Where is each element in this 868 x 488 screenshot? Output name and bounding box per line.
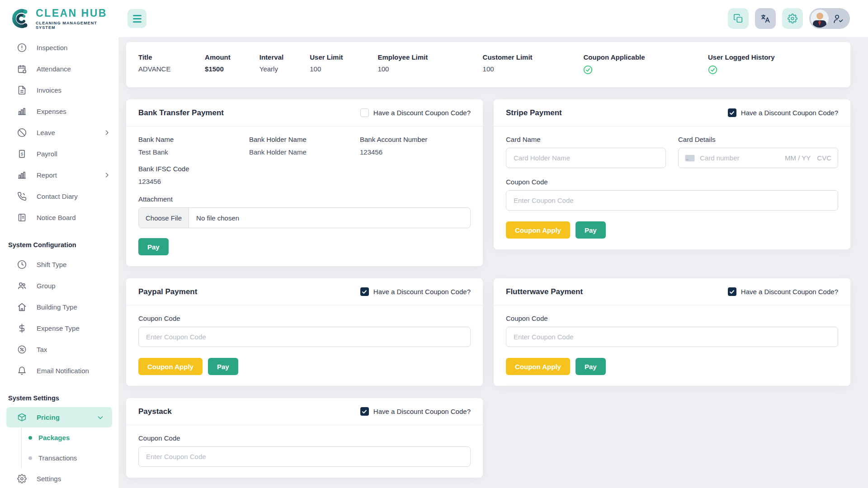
user-menu-button[interactable] (809, 8, 850, 29)
sidebar-item-label: Attendance (37, 65, 110, 73)
attachment-label: Attachment (138, 195, 471, 203)
bank-ifsc-field: Bank IFSC Code 123456 (138, 165, 471, 185)
check-circle-icon (708, 65, 717, 75)
pay-button[interactable]: Pay (576, 358, 606, 375)
sidebar-item-leave[interactable]: Leave (0, 122, 118, 143)
check-icon (362, 289, 367, 295)
coupon-question-label: Have a Discount Coupon Code? (741, 109, 838, 117)
topbar-actions (728, 8, 850, 29)
card-expiry-placeholder: MM / YY (785, 154, 811, 162)
home-icon (17, 302, 27, 312)
coupon-checkbox[interactable] (360, 407, 369, 416)
sidebar-item-notice-board[interactable]: Notice Board (0, 207, 118, 228)
card-title: Flutterwave Payment (506, 287, 583, 296)
coupon-question-row[interactable]: Have a Discount Coupon Code? (360, 108, 471, 117)
sidebar-item-label: Building Type (37, 303, 110, 311)
summary-amount: Amount $1500 (205, 53, 259, 76)
sidebar-item-expense-type[interactable]: Expense Type (0, 318, 118, 339)
pay-button[interactable]: Pay (208, 358, 238, 375)
coupon-apply-button[interactable]: Coupon Apply (138, 358, 203, 375)
sidebar-item-expenses[interactable]: Expenses (0, 101, 118, 122)
coupon-checkbox[interactable] (728, 108, 736, 117)
sidebar-item-settings[interactable]: Settings (0, 468, 118, 488)
coupon-checkbox[interactable] (728, 287, 736, 296)
language-button[interactable] (755, 8, 776, 29)
coupon-code-label: Coupon Code (506, 178, 838, 186)
coupon-question-row[interactable]: Have a Discount Coupon Code? (728, 287, 838, 296)
coupon-apply-button[interactable]: Coupon Apply (506, 221, 570, 239)
brand-logo[interactable]: CLEAN HUB CLEANING MANAGEMENT SYSTEM (0, 0, 118, 37)
sidebar-item-label: Expense Type (37, 324, 110, 332)
sidebar-item-label: Group (37, 282, 110, 290)
card-details-input[interactable]: Card number MM / YY CVC (678, 148, 838, 168)
bar-chart-icon (17, 170, 27, 180)
sidebar-item-contact-diary[interactable]: Contact Diary (0, 186, 118, 207)
coupon-code-input[interactable] (138, 327, 471, 347)
sidebar-item-transactions[interactable]: Transactions (22, 448, 118, 468)
coupon-apply-button[interactable]: Coupon Apply (506, 358, 570, 375)
sidebar-item-label: Settings (37, 475, 110, 483)
coupon-question-row[interactable]: Have a Discount Coupon Code? (360, 287, 471, 296)
hamburger-menu-button[interactable] (127, 9, 146, 28)
flutterwave-card: Flutterwave Payment Have a Discount Coup… (494, 278, 850, 386)
coupon-code-label: Coupon Code (138, 434, 471, 442)
bell-icon (17, 366, 27, 375)
coupon-checkbox[interactable] (360, 108, 369, 117)
sidebar-item-label: Pricing (37, 413, 87, 421)
choose-file-button[interactable]: Choose File (139, 208, 189, 228)
sidebar-item-inspection[interactable]: Inspection (0, 37, 118, 58)
pay-button[interactable]: Pay (138, 238, 169, 255)
coupon-code-input[interactable] (138, 446, 471, 467)
coupon-code-input[interactable] (506, 190, 838, 211)
sidebar-item-building-type[interactable]: Building Type (0, 296, 118, 318)
summary-title: Title ADVANCE (138, 53, 205, 76)
payment-cards-grid: Bank Transfer Payment Have a Discount Co… (126, 99, 850, 478)
card-holder-name-input[interactable] (506, 148, 666, 168)
sidebar-item-packages[interactable]: Packages (22, 427, 118, 448)
summary-employee-limit: Employee Limit 100 (377, 53, 482, 76)
sidebar-item-payroll[interactable]: $ Payroll (0, 143, 118, 164)
copy-icon (733, 14, 743, 23)
coupon-checkbox[interactable] (360, 287, 369, 296)
card-title: Stripe Payment (506, 108, 562, 117)
sidebar-item-pricing[interactable]: Pricing (6, 407, 112, 427)
pay-button[interactable]: Pay (576, 221, 606, 239)
calendar-icon (17, 64, 27, 74)
summary-interval: Interval Yearly (259, 53, 310, 76)
svg-text:$: $ (21, 151, 24, 156)
sidebar-item-email-notification[interactable]: Email Notification (0, 360, 118, 381)
brand-tagline: CLEANING MANAGEMENT SYSTEM (36, 21, 118, 30)
bank-account-number-field: Bank Account Number 123456 (360, 136, 471, 156)
sidebar-item-label: Inspection (37, 44, 110, 52)
main-area: Title ADVANCE Amount $1500 Interval Year… (118, 0, 868, 488)
sidebar-item-label: Notice Board (37, 214, 110, 221)
topbar (118, 0, 868, 37)
summary-customer-limit: Customer Limit 100 (483, 53, 584, 76)
summary-coupon-applicable: Coupon Applicable (583, 53, 708, 76)
settings-button[interactable] (782, 8, 803, 29)
sidebar-item-tax[interactable]: Tax (0, 339, 118, 360)
sidebar-item-attendance[interactable]: Attendance (0, 58, 118, 80)
sidebar-item-shift-type[interactable]: Shift Type (0, 254, 118, 275)
file-text-icon (17, 85, 27, 95)
gear-icon (788, 14, 797, 23)
card-name-field: Card Name (506, 136, 666, 168)
clock-icon (17, 260, 27, 269)
card-number-placeholder: Card number (700, 154, 740, 162)
sidebar-item-invoices[interactable]: Invoices (0, 80, 118, 101)
bank-name-field: Bank Name Test Bank (138, 136, 249, 156)
sidebar-item-report[interactable]: Report (0, 164, 118, 186)
card-cvc-placeholder: CVC (817, 154, 831, 162)
coupon-question-row[interactable]: Have a Discount Coupon Code? (728, 108, 838, 117)
coupon-question-row[interactable]: Have a Discount Coupon Code? (360, 407, 471, 416)
percent-icon (17, 345, 27, 354)
sidebar-section-system-configuration: System Configuration (0, 236, 118, 254)
attachment-file-input[interactable]: Choose File No file chosen (138, 207, 471, 228)
summary-user-logged-history: User Logged History (708, 53, 838, 76)
bullet-icon (28, 436, 32, 440)
sidebar-item-group[interactable]: Group (0, 275, 118, 296)
sidebar-item-label: Invoices (37, 86, 110, 94)
check-icon (729, 110, 735, 116)
coupon-code-input[interactable] (506, 327, 838, 347)
copy-button[interactable] (728, 8, 749, 29)
